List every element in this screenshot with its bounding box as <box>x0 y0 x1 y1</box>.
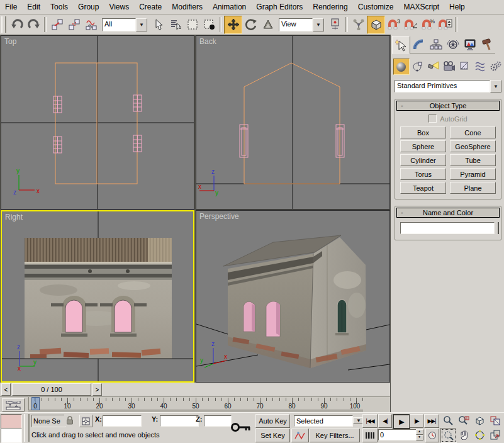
spinner-up-icon[interactable]: ▲ <box>416 429 423 435</box>
unlink-selection-button[interactable] <box>65 16 82 33</box>
select-and-move-button[interactable] <box>224 16 242 34</box>
menu-help[interactable]: Help <box>444 1 470 13</box>
primitive-category-dropdown[interactable]: Standard Primitives ▼ <box>395 80 501 93</box>
next-frame-arrow[interactable]: > <box>92 383 102 396</box>
maxscript-mini-listener-macro[interactable] <box>1 414 22 429</box>
select-and-rotate-button[interactable] <box>242 16 259 33</box>
menu-file[interactable]: File <box>0 1 22 13</box>
dropdown-arrow-icon[interactable]: ▼ <box>313 18 324 31</box>
viewport-right-active[interactable]: Right <box>1 210 194 383</box>
percent-snap-button[interactable]: % <box>419 16 436 33</box>
category-cameras[interactable] <box>442 59 457 74</box>
tube-button[interactable]: Tube <box>450 154 496 166</box>
viewport-perspective[interactable]: Perspective <box>196 210 390 383</box>
viewport-top-label[interactable]: Top <box>4 37 16 46</box>
min-max-toggle-button[interactable] <box>488 428 503 442</box>
previous-frame-button[interactable]: ◀| <box>378 414 392 428</box>
go-to-end-button[interactable]: ▶▶| <box>424 414 439 428</box>
select-and-scale-button[interactable] <box>259 16 276 33</box>
zoom-extents-button[interactable] <box>472 413 487 427</box>
pyramid-button[interactable]: Pyramid <box>450 168 496 180</box>
mini-curve-editor-button[interactable] <box>2 398 25 412</box>
category-space-warps[interactable] <box>473 59 488 74</box>
y-coordinate-field[interactable] <box>160 415 199 427</box>
pan-button[interactable] <box>456 428 471 442</box>
track-bar[interactable]: 0 10 20 30 40 50 60 70 80 90 100 <box>0 396 390 413</box>
play-animation-button[interactable]: ▶ <box>393 414 410 429</box>
time-slider-handle[interactable]: 0 / 100 <box>12 383 91 396</box>
sphere-button[interactable]: Sphere <box>400 140 446 152</box>
category-systems[interactable] <box>488 59 503 74</box>
plane-button[interactable]: Plane <box>450 182 496 194</box>
angle-snap-button[interactable] <box>402 16 419 33</box>
previous-frame-arrow[interactable]: < <box>1 383 11 396</box>
torus-button[interactable]: Torus <box>400 168 446 180</box>
default-tangents-button[interactable] <box>291 429 309 442</box>
rollout-collapse-icon[interactable]: - <box>401 101 403 109</box>
dropdown-arrow-icon[interactable]: ▼ <box>136 18 147 31</box>
redo-button[interactable] <box>25 16 42 33</box>
set-key-button[interactable]: Set Key <box>255 429 290 442</box>
zoom-all-button[interactable] <box>456 413 471 427</box>
menu-rendering[interactable]: Rendering <box>308 1 352 13</box>
tab-display[interactable] <box>461 36 478 53</box>
reference-coordinate-system-dropdown[interactable]: View ▼ <box>279 18 324 31</box>
viewport-right-label[interactable]: Right <box>5 213 23 222</box>
key-mode-dropdown[interactable]: Selected ▼ <box>294 414 364 427</box>
bind-to-space-warp-button[interactable] <box>82 16 99 33</box>
zoom-button[interactable] <box>440 413 456 427</box>
key-mode-toggle-button[interactable] <box>362 429 378 442</box>
geosphere-button[interactable]: GeoSphere <box>450 140 496 152</box>
object-type-rollout-header[interactable]: - Object Type <box>396 101 500 111</box>
window-crossing-button[interactable] <box>201 16 218 33</box>
go-to-start-button[interactable]: |◀◀ <box>362 414 378 428</box>
tab-motion[interactable] <box>444 36 461 53</box>
absolute-offset-mode-toggle[interactable] <box>79 415 92 427</box>
time-configuration-button[interactable] <box>425 429 439 442</box>
rollout-collapse-icon[interactable]: - <box>401 208 403 216</box>
object-color-swatch[interactable] <box>498 222 499 234</box>
select-and-link-button[interactable] <box>48 16 65 33</box>
viewport-top[interactable]: Top y z x <box>1 35 194 210</box>
menu-edit[interactable]: Edit <box>22 1 45 13</box>
current-frame-field[interactable] <box>378 429 417 440</box>
toolbar-grip[interactable] <box>1 16 6 33</box>
tab-modify[interactable] <box>410 36 427 53</box>
zoom-extents-all-button[interactable] <box>488 413 503 427</box>
set-keys-button[interactable] <box>230 418 252 437</box>
region-zoom-button[interactable] <box>440 428 457 443</box>
snap-3d-button[interactable]: 3 <box>385 16 402 33</box>
viewport-perspective-label[interactable]: Perspective <box>199 212 239 221</box>
select-by-name-button[interactable] <box>167 16 184 33</box>
category-geometry[interactable] <box>393 59 410 75</box>
select-object-button[interactable] <box>150 16 167 33</box>
viewport-back[interactable]: Back z x y <box>196 35 390 210</box>
menu-maxscript[interactable]: MAXScript <box>398 1 444 13</box>
box-button[interactable]: Box <box>400 126 446 138</box>
tab-create[interactable] <box>392 36 410 54</box>
menu-views[interactable]: Views <box>104 1 134 13</box>
spinner-down-icon[interactable]: ▼ <box>416 435 423 440</box>
frame-spinner[interactable]: ▲ ▼ <box>416 429 423 440</box>
spinner-snap-button[interactable] <box>436 16 453 33</box>
viewport-back-label[interactable]: Back <box>199 37 216 46</box>
category-helpers[interactable] <box>457 59 472 74</box>
teapot-button[interactable]: Teapot <box>400 182 446 194</box>
selection-lock-toggle[interactable] <box>64 415 76 426</box>
menu-customize[interactable]: Customize <box>353 1 399 13</box>
use-pivot-point-center-button[interactable] <box>327 16 344 33</box>
menu-modifiers[interactable]: Modifiers <box>167 1 208 13</box>
dropdown-arrow-icon[interactable]: ▼ <box>490 80 501 93</box>
arc-rotate-button[interactable] <box>472 428 487 442</box>
autogrid-checkbox[interactable] <box>428 115 437 123</box>
category-shapes[interactable] <box>410 59 425 74</box>
auto-key-button[interactable]: Auto Key <box>255 414 290 428</box>
z-coordinate-field[interactable] <box>204 415 232 427</box>
category-lights[interactable] <box>426 59 441 74</box>
rectangular-selection-region-button[interactable] <box>184 16 201 33</box>
tab-utilities[interactable] <box>478 36 495 53</box>
cone-button[interactable]: Cone <box>450 126 496 138</box>
menu-create[interactable]: Create <box>134 1 167 13</box>
tab-hierarchy[interactable] <box>427 36 444 53</box>
cylinder-button[interactable]: Cylinder <box>400 154 446 166</box>
